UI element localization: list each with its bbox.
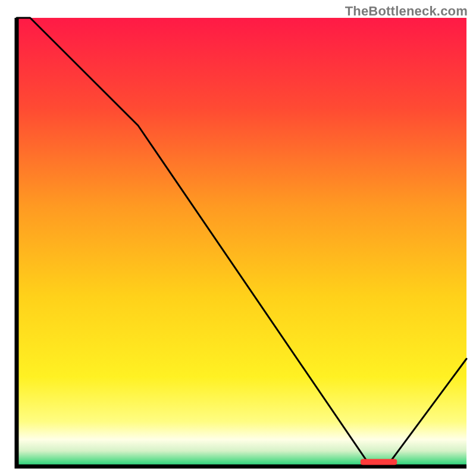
valley-marker: [361, 459, 397, 465]
bottleneck-chart: [0, 0, 476, 476]
plot-background: [17, 18, 466, 466]
chart-stage: TheBottleneck.com: [0, 0, 476, 476]
